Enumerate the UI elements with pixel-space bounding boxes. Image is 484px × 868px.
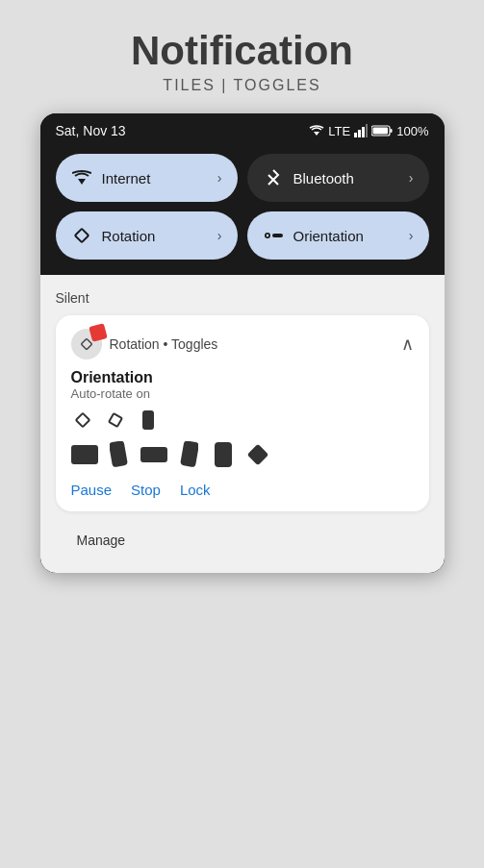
status-bar: Sat, Nov 13 LTE xyxy=(40,113,445,144)
svg-rect-22 xyxy=(248,445,267,464)
notif-header-left: Rotation • Toggles xyxy=(71,329,218,360)
orientation-chevron: › xyxy=(409,228,414,243)
svg-marker-8 xyxy=(78,179,86,185)
notif-header: Rotation • Toggles ∧ xyxy=(71,329,414,360)
orientation-icon xyxy=(264,229,283,242)
svg-point-11 xyxy=(266,235,267,236)
tile-internet[interactable]: Internet › xyxy=(56,154,238,202)
tiles-grid: Internet › Bluetooth › xyxy=(40,144,445,275)
svg-rect-1 xyxy=(354,133,357,137)
rotation-chevron: › xyxy=(217,228,222,243)
device-icon-landscape[interactable] xyxy=(71,441,98,468)
svg-rect-13 xyxy=(81,339,91,350)
svg-rect-6 xyxy=(391,129,393,133)
svg-rect-16 xyxy=(143,411,153,429)
tilt2-icon xyxy=(179,441,198,468)
orient-diamond2-icon xyxy=(107,411,124,429)
battery-icon xyxy=(371,124,393,137)
orientation-tile-label: Orientation xyxy=(293,228,399,244)
status-icons: LTE 100% xyxy=(309,124,428,138)
orientation-icons-row xyxy=(71,409,414,432)
notif-card-title: Rotation • Toggles xyxy=(110,336,218,352)
device-icon-landscape2[interactable] xyxy=(140,441,167,468)
stop-button[interactable]: Stop xyxy=(131,482,161,498)
lock-button[interactable]: Lock xyxy=(180,482,211,498)
bluetooth-tile-label: Bluetooth xyxy=(293,170,399,186)
tile-orientation[interactable]: Orientation › xyxy=(247,211,429,260)
silent-label: Silent xyxy=(56,290,429,306)
internet-tile-label: Internet xyxy=(102,170,208,186)
internet-chevron: › xyxy=(217,170,222,186)
device-icon-rotate[interactable] xyxy=(244,441,271,468)
battery-label: 100% xyxy=(396,124,428,138)
red-badge xyxy=(89,323,108,342)
svg-rect-3 xyxy=(362,127,365,137)
svg-rect-21 xyxy=(216,443,231,466)
wifi-icon xyxy=(309,124,324,137)
orient-icon-3[interactable] xyxy=(137,409,160,432)
svg-rect-9 xyxy=(74,229,88,242)
svg-rect-17 xyxy=(72,446,97,463)
rotation-tile-label: Rotation xyxy=(102,228,208,244)
orient-icon-1[interactable] xyxy=(71,409,94,432)
landscape-icon xyxy=(71,445,98,464)
svg-rect-19 xyxy=(141,448,166,461)
device-icon-portrait[interactable] xyxy=(210,441,237,468)
lte-label: LTE xyxy=(328,124,350,138)
orientation-subtitle: Auto-rotate on xyxy=(71,386,414,401)
landscape2-icon xyxy=(140,445,167,464)
bluetooth-tile-icon xyxy=(263,167,284,188)
svg-rect-18 xyxy=(110,441,127,466)
device-icon-tilt2[interactable] xyxy=(175,441,202,468)
orient-diamond-icon xyxy=(74,411,91,429)
svg-rect-7 xyxy=(373,128,389,135)
svg-rect-4 xyxy=(366,124,368,137)
rotation-icon xyxy=(72,226,91,245)
bluetooth-icon xyxy=(266,168,281,187)
pause-button[interactable]: Pause xyxy=(71,482,113,498)
wifi-tile-icon xyxy=(72,169,91,186)
orient-portrait-icon xyxy=(142,410,154,430)
tile-bluetooth[interactable]: Bluetooth › xyxy=(247,154,429,202)
svg-rect-20 xyxy=(181,441,198,466)
device-icons-row xyxy=(71,441,414,468)
signal-icon xyxy=(354,124,368,137)
notification-card: Rotation • Toggles ∧ Orientation Auto-ro… xyxy=(56,315,429,511)
rotation-tile-icon xyxy=(71,225,92,246)
page-subtitle: TILES | TOGGLES xyxy=(163,77,320,94)
tilt-icon xyxy=(110,441,129,468)
svg-rect-12 xyxy=(272,234,283,237)
status-time: Sat, Nov 13 xyxy=(56,123,126,138)
svg-rect-15 xyxy=(109,413,122,427)
bluetooth-chevron: › xyxy=(409,170,414,186)
svg-marker-0 xyxy=(314,132,319,136)
orientation-section: Orientation Auto-rotate on xyxy=(71,369,414,468)
rotate-square-icon xyxy=(246,443,269,466)
orientation-title: Orientation xyxy=(71,369,414,386)
notif-icon-circle xyxy=(71,329,102,360)
notif-expand-icon[interactable]: ∧ xyxy=(401,334,414,355)
svg-rect-2 xyxy=(358,130,361,137)
svg-rect-14 xyxy=(75,413,89,427)
orient-icon-2[interactable] xyxy=(104,409,127,432)
portrait-icon xyxy=(215,442,232,467)
internet-tile-icon xyxy=(71,167,92,188)
manage-button[interactable]: Manage xyxy=(56,523,147,558)
page-title: Notification xyxy=(131,29,353,73)
phone-mockup: Sat, Nov 13 LTE xyxy=(40,113,445,573)
action-buttons: Pause Stop Lock xyxy=(71,482,414,498)
tile-rotation[interactable]: Rotation › xyxy=(56,211,238,260)
orientation-tile-icon xyxy=(263,225,284,246)
device-icon-tilt[interactable] xyxy=(106,441,133,468)
notification-area: Silent Rotation • Toggles xyxy=(40,275,445,573)
